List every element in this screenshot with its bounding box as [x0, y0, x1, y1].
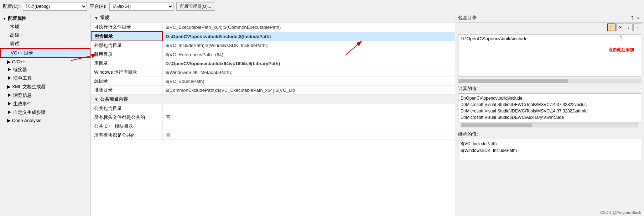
center-content: ▼ 常规 可执行行文件目录 $(VC_ExecutablePath_x64);$… [91, 13, 455, 216]
row-source[interactable]: 源目录 $(VC_SourcePath); [91, 77, 455, 86]
inherited-value-box: $(VC_IncludePath) $(WindowsSDK_IncludePa… [458, 139, 641, 160]
row-exclude-name: 排除目录 [91, 86, 162, 95]
row-ref[interactable]: 引用目录 $(VC_ReferencesPath_x64); [91, 50, 455, 59]
section-gonggong-header: ▼ 公共项目内容 [91, 95, 455, 104]
row-external-include-name: 外部包含目录 [91, 41, 162, 50]
row-lib-name: 库目录 [91, 59, 162, 68]
build-events-arrow-icon: ▶ [7, 101, 12, 106]
sidebar-item-tiaoshi[interactable]: 调试 [0, 39, 90, 48]
row-winlib-name: Windows 运行库目录 [91, 68, 162, 77]
row-public-module-value [162, 122, 455, 131]
properties-table: ▼ 常规 可执行行文件目录 $(VC_ExecutablePath_x64);$… [91, 13, 455, 140]
sidebar-item-vc[interactable]: VC++ 目录 [0, 48, 90, 58]
sidebar-item-custom-build[interactable]: ▶ 自定义生成步骤 [0, 108, 90, 117]
row-exclude[interactable]: 排除目录 $(CommonExcludePath);$(VC_Executabl… [91, 86, 455, 95]
xml-arrow-icon: ▶ [7, 84, 11, 89]
row-public-module-name: 公共 C++ 模块目录 [91, 122, 162, 131]
sidebar: ▼ 配置属性 常规 高级 调试 VC++ 目录 ▶ C/C++ ▶ 链接器 [0, 13, 91, 216]
gonggong-label: 公共项目内容 [100, 96, 128, 102]
row-external-include[interactable]: 外部包含目录 $(VC_IncludePath);$(WindowsSDK_In… [91, 41, 455, 50]
right-panel-title: 包含目录 [458, 15, 477, 21]
row-all-modules-value: 否 [162, 131, 455, 140]
section-toggle-changgui[interactable]: ▼ 常规 [94, 15, 452, 21]
move-down-button[interactable]: ↓ [625, 23, 633, 31]
changgui-toggle-icon: ▼ [94, 15, 99, 21]
include-path-value[interactable]: D:\OpenCV\opencv\build\include [458, 35, 641, 43]
row-all-modules-name: 所有模块都是公共的 [91, 131, 162, 140]
include-box-scrollbar-h[interactable] [458, 79, 641, 83]
sidebar-item-cpp[interactable]: ▶ C/C++ [0, 58, 90, 65]
right-panel: 包含目录 ? × 📁 ✕ ↓ ↑ D:\OpenCV\opencv\build\… [455, 13, 644, 216]
computed-title: 计算的值: [458, 85, 641, 92]
sidebar-root-label: 配置属性 [8, 15, 26, 22]
row-all-headers-public[interactable]: 所有标头文件都是公共的 否 [91, 113, 455, 122]
sidebar-item-changgui[interactable]: 常规 [0, 22, 90, 31]
computed-value-box: D:\OpenCV\opencv\build\include D:\Micros… [458, 93, 641, 122]
row-external-include-value: $(VC_IncludePath);$(WindowsSDK_IncludePa… [162, 41, 455, 50]
right-panel-question[interactable]: ? [631, 15, 633, 21]
main-area: ▼ 配置属性 常规 高级 调试 VC++ 目录 ▶ C/C++ ▶ 链接器 [0, 13, 644, 216]
sidebar-item-browse[interactable]: ▶ 浏览信息 [0, 91, 90, 100]
row-include[interactable]: 包含目录 D:\OpenCV\opencv\build\include;$(In… [91, 32, 455, 41]
toolbar: 配置(C): 活动(Debug) 平台(P): 活动(x64) 配置管理器(O)… [0, 0, 644, 13]
row-all-headers-name: 所有标头文件都是公共的 [91, 113, 162, 122]
row-public-include-value [162, 104, 455, 113]
delete-entry-button[interactable]: ✕ [616, 23, 624, 31]
custom-build-arrow-icon: ▶ [7, 110, 12, 115]
section-changgui-header: ▼ 常规 [91, 13, 455, 23]
cpp-arrow-icon: ▶ [7, 59, 11, 64]
row-public-module[interactable]: 公共 C++ 模块目录 [91, 122, 455, 131]
move-up-button[interactable]: ↑ [633, 23, 641, 31]
sidebar-item-xml[interactable]: ▶ XML 文档生成器 [0, 83, 90, 91]
computed-line-2: D:\Microsoft Visual Studio\IDE\VC\Tools\… [461, 108, 639, 114]
inherited-line-1: $(WindowsSDK_IncludePath) [461, 147, 639, 154]
dialog-container: 配置(C): 活动(Debug) 平台(P): 活动(x64) 配置管理器(O)… [0, 0, 644, 216]
row-all-modules-public[interactable]: 所有模块都是公共的 否 [91, 131, 455, 140]
sidebar-item-build-events[interactable]: ▶ 生成事件 [0, 100, 90, 108]
row-ref-name: 引用目录 [91, 50, 162, 59]
add-folder-button[interactable]: 📁 [607, 23, 616, 31]
watermark: CSDN @ProgramStack [455, 209, 644, 216]
right-panel-close[interactable]: × [637, 15, 640, 21]
inherited-title: 继承的值: [458, 131, 641, 137]
inherited-section: 继承的值: $(VC_IncludePath) $(WindowsSDK_Inc… [455, 130, 644, 209]
row-all-headers-value: 否 [162, 113, 455, 122]
click-hint-label: 点击此处添加 [608, 47, 634, 53]
computed-section: 计算的值: D:\OpenCV\opencv\build\include D:\… [455, 84, 644, 130]
config-dropdown[interactable]: 活动(Debug) [23, 2, 87, 11]
row-ref-value: $(VC_ReferencesPath_x64); [162, 50, 455, 59]
row-source-name: 源目录 [91, 77, 162, 86]
section-toggle-gonggong[interactable]: ▼ 公共项目内容 [94, 96, 452, 102]
include-path-box: D:\OpenCV\opencv\build\include [458, 34, 641, 77]
computed-line-1: D:\Microsoft Visual Studio\IDE\VC\Tools\… [461, 101, 639, 108]
row-winlib-value: $(WindowsSDK_MetadataPath); [162, 68, 455, 77]
row-winlib[interactable]: Windows 运行库目录 $(WindowsSDK_MetadataPath)… [91, 68, 455, 77]
sidebar-item-code-analysis[interactable]: ▶ Code Analysis [0, 117, 90, 124]
computed-line-0: D:\OpenCV\opencv\build\include [461, 95, 639, 101]
row-public-include[interactable]: 公共包含目录 [91, 104, 455, 113]
platform-dropdown[interactable]: 活动(x64) [109, 2, 173, 11]
config-manager-button[interactable]: 配置管理器(O)... [176, 2, 215, 11]
computed-scrollbar-h[interactable] [461, 123, 638, 127]
row-include-value: D:\OpenCV\opencv\build\include;$(Include… [162, 32, 455, 41]
sidebar-item-linker[interactable]: ▶ 链接器 [0, 65, 90, 74]
row-source-value: $(VC_SourcePath); [162, 77, 455, 86]
gonggong-toggle-icon: ▼ [94, 97, 99, 102]
sidebar-item-gaoji[interactable]: 高级 [0, 31, 90, 39]
right-panel-header: 包含目录 ? × [455, 13, 644, 23]
row-public-include-name: 公共包含目录 [91, 104, 162, 113]
row-include-name: 包含目录 [91, 32, 162, 41]
row-executable[interactable]: 可执行行文件目录 $(VC_ExecutablePath_x64);$(Comm… [91, 23, 455, 32]
computed-line-3: D:\Microsoft Visual Studio\IDE\VC\Auxili… [461, 114, 639, 121]
row-executable-value: $(VC_ExecutablePath_x64);$(CommonExecuta… [162, 23, 455, 32]
row-exclude-value: $(CommonExcludePath);$(VC_ExecutablePath… [162, 86, 455, 95]
sidebar-root[interactable]: ▼ 配置属性 [0, 15, 90, 22]
row-executable-name: 可执行行文件目录 [91, 23, 162, 32]
platform-label: 平台(P): [90, 3, 107, 10]
config-label: 配置(C): [3, 3, 20, 10]
right-panel-controls: ? × [631, 15, 641, 21]
browse-arrow-icon: ▶ [7, 93, 12, 98]
sidebar-item-manifest[interactable]: ▶ 清单工具 [0, 74, 90, 83]
row-lib[interactable]: 库目录 D:\OpenCV\opencv\build\x64\vc16\lib;… [91, 59, 455, 68]
code-analysis-arrow-icon: ▶ [7, 118, 11, 123]
